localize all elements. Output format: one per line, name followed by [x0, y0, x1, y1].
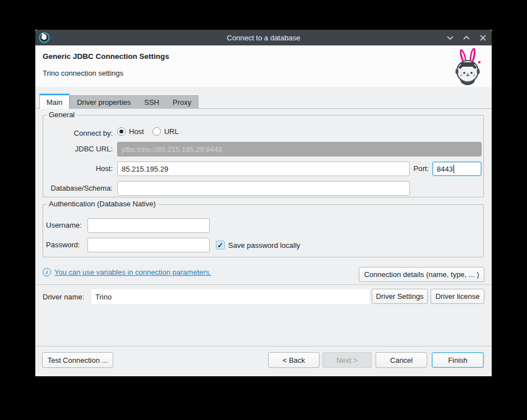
driver-name-field: Trino [91, 289, 369, 304]
tab-driver-properties-label: Driver properties [77, 98, 131, 107]
general-group-legend: General [47, 110, 77, 119]
port-label: Port: [406, 164, 429, 173]
tab-bar: Main Driver properties SSH Proxy [39, 94, 198, 109]
authentication-group: Authentication (Database Native) Usernam… [43, 204, 484, 257]
driver-separator [35, 284, 492, 285]
radio-url[interactable] [152, 127, 161, 136]
driver-license-button[interactable]: Driver license [431, 289, 484, 304]
finish-button-label: Finish [448, 356, 468, 364]
variables-link[interactable]: You can use variables in connection para… [54, 268, 211, 276]
next-button: Next > [322, 352, 372, 368]
connect-by-label: Connect by: [44, 129, 113, 137]
radio-host-label: Host [129, 127, 144, 136]
save-password-label: Save password locally [228, 241, 340, 250]
finish-button[interactable]: Finish [432, 352, 484, 368]
dialog-header: Generic JDBC Connection Settings Trino c… [35, 45, 492, 87]
radio-url-label: URL [164, 127, 179, 136]
driver-settings-button[interactable]: Driver Settings [372, 289, 428, 304]
cancel-button-label: Cancel [390, 356, 413, 364]
footer-separator [35, 346, 492, 347]
cancel-button[interactable]: Cancel [376, 352, 427, 368]
username-label: Username: [46, 221, 86, 229]
password-input[interactable] [87, 238, 210, 252]
back-button-label: < Back [283, 356, 305, 364]
jdbc-url-label: JDBC URL: [44, 145, 113, 153]
info-icon-glyph: i [46, 269, 48, 275]
tab-main-label: Main [47, 98, 62, 107]
page-subtitle: Trino connection settings [43, 69, 123, 77]
tab-proxy[interactable]: Proxy [166, 96, 198, 109]
password-label: Password: [46, 241, 86, 249]
driver-license-button-label: Driver license [436, 292, 480, 301]
tab-main[interactable]: Main [39, 94, 70, 109]
page-title: Generic JDBC Connection Settings [43, 52, 169, 61]
minimize-icon[interactable] [446, 33, 455, 42]
tab-driver-properties[interactable]: Driver properties [70, 96, 137, 109]
dbeaver-rabbit-mascot-icon [450, 48, 486, 86]
title-bar[interactable]: Connect to a database [35, 30, 492, 45]
driver-name-value: Trino [95, 293, 112, 301]
jdbc-url-value: jdbc:trino://85.215.195.29:8443 [122, 145, 222, 154]
connection-details-button[interactable]: Connection details (name, type, ... ) [359, 267, 484, 282]
tab-proxy-label: Proxy [173, 98, 191, 107]
check-icon: ✓ [218, 241, 224, 250]
radio-host[interactable] [117, 127, 126, 136]
tab-ssh-label: SSH [144, 98, 159, 107]
jdbc-url-field: jdbc:trino://85.215.195.29:8443 [117, 142, 482, 156]
maximize-icon[interactable] [462, 33, 471, 42]
connect-database-dialog: Connect to a database Generic JDBC Conne… [35, 30, 492, 376]
host-label: Host: [44, 164, 113, 173]
host-input[interactable] [117, 161, 410, 176]
database-schema-label: Database/Schema: [44, 184, 113, 192]
save-password-checkbox[interactable]: ✓ [216, 241, 225, 250]
driver-settings-button-label: Driver Settings [376, 292, 423, 301]
database-schema-input[interactable] [117, 181, 410, 196]
info-icon: i [43, 268, 51, 276]
general-group: General Connect by: Host URL JDBC URL: j… [43, 115, 484, 197]
test-connection-button[interactable]: Test Connection ... [42, 352, 113, 368]
tab-ssh[interactable]: SSH [137, 96, 166, 109]
port-value: 8443 [437, 165, 453, 173]
inactive-tabs: Driver properties SSH Proxy [70, 95, 198, 109]
close-icon[interactable] [478, 33, 487, 42]
connection-details-button-label: Connection details (name, type, ... ) [364, 270, 479, 279]
variables-hint-row: i You can use variables in connection pa… [43, 268, 211, 276]
next-button-label: Next > [336, 356, 358, 364]
text-caret [454, 165, 454, 173]
port-input[interactable]: 8443 [432, 161, 482, 176]
test-connection-button-label: Test Connection ... [48, 356, 108, 364]
driver-name-label: Driver name: [43, 293, 84, 301]
back-button[interactable]: < Back [268, 352, 320, 368]
username-input[interactable] [87, 218, 210, 233]
window-title: Connect to a database [35, 34, 492, 42]
authentication-group-legend: Authentication (Database Native) [47, 200, 158, 208]
